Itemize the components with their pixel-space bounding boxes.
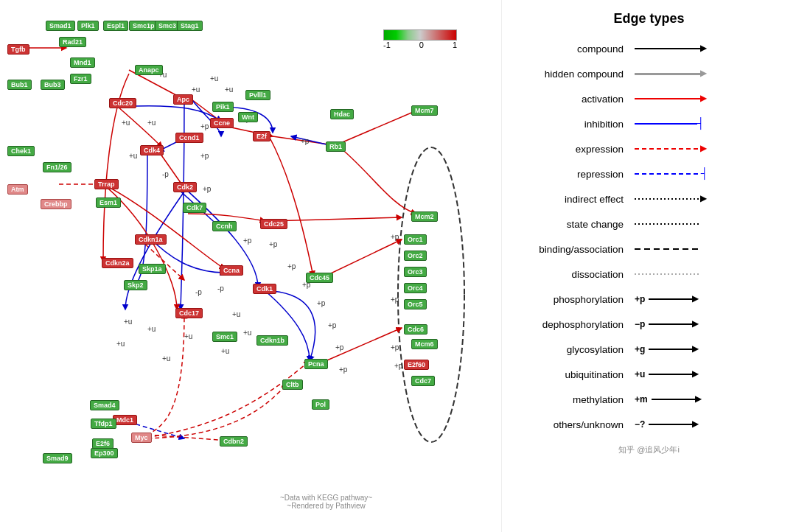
svg-text:+u: +u xyxy=(232,310,240,318)
node-mcm5: Fzr1 xyxy=(70,74,91,84)
legend-line-expression xyxy=(635,141,781,156)
node-ccnd1: Ccnd1 xyxy=(175,133,203,143)
legend-row-indirect-effect: indirect effect xyxy=(517,190,781,208)
svg-text:+p: +p xyxy=(391,233,399,241)
node-pcna: Pcna xyxy=(304,359,328,369)
node-bub3: Bub3 xyxy=(41,80,65,90)
legend-line-inhibition xyxy=(635,116,781,131)
legend-row-hidden-compound: hidden compound xyxy=(517,65,781,83)
node-skp1a: Skp1a xyxy=(139,264,166,274)
svg-text:+p: +p xyxy=(328,321,337,329)
svg-text:+u: +u xyxy=(147,325,156,333)
legend-label-indirect-effect: indirect effect xyxy=(517,194,635,205)
legend-row-expression: expression xyxy=(517,140,781,158)
line-phosphorylation-container: +p xyxy=(635,294,693,304)
legend-label-phosphorylation: phosphorylation xyxy=(517,294,635,305)
svg-line-18 xyxy=(317,328,402,365)
node-mcm2: Mcm2 xyxy=(411,211,438,222)
svg-line-13 xyxy=(147,435,228,441)
node-rb1: Rb1 xyxy=(326,141,346,152)
node-cdk1: Cdk1 xyxy=(253,284,276,294)
svg-text:+u: +u xyxy=(116,340,125,348)
node-orc2: Orc2 xyxy=(404,251,427,261)
legend-row-others: others/unknown −? xyxy=(517,416,781,433)
node-pol: Pol xyxy=(312,399,329,410)
node-myc: Myc xyxy=(131,433,152,443)
node-smad1: Smad1 xyxy=(46,21,75,31)
others-label: −? xyxy=(635,419,645,430)
legend-label-dephosphorylation: dephosphorylation xyxy=(517,319,635,330)
node-smc1: Smc1 xyxy=(212,332,237,342)
svg-text:+u: +u xyxy=(192,85,200,94)
legend-line-activation xyxy=(635,91,781,106)
node-ccna: Ccna xyxy=(220,265,243,276)
legend-line-state-change xyxy=(635,217,781,231)
svg-text:-p: -p xyxy=(217,284,224,293)
legend-label-glycosylation: glycosylation xyxy=(517,344,635,355)
node-bub1: Bub1 xyxy=(7,80,32,90)
node-ccnh: Ccnh xyxy=(212,221,237,231)
svg-text:+p: +p xyxy=(287,262,296,270)
node-pvlll1: Pvlll1 xyxy=(245,90,270,100)
node-right-red-bottom: E2f60 xyxy=(404,360,429,370)
node-orc5: Orc5 xyxy=(404,299,427,309)
node-cdbn2: Cdbn2 xyxy=(220,436,248,447)
node-mdc1: Mdc1 xyxy=(113,415,137,425)
node-cdc25: Cdc25 xyxy=(260,219,287,229)
line-indirect-effect xyxy=(635,198,701,200)
node-e2f6: E2f6 xyxy=(92,438,114,449)
dephosphorylation-label: −p xyxy=(635,319,645,329)
line-expression xyxy=(635,148,701,150)
svg-text:+u: +u xyxy=(225,85,233,94)
svg-text:-p: -p xyxy=(162,170,169,178)
node-smc3: Smc3 xyxy=(155,21,180,31)
legend-label-ubiquitination: ubiquitination xyxy=(517,369,635,380)
svg-text:+u: +u xyxy=(184,332,192,340)
node-e2f: E2f xyxy=(253,131,270,141)
svg-text:+p: +p xyxy=(301,137,310,145)
node-cdk4: Cdk4 xyxy=(140,145,164,155)
graph-area: -1 0 1 xyxy=(0,0,501,532)
legend-line-methylation: +m xyxy=(635,392,781,407)
line-glycosylation-container: +g xyxy=(635,344,693,354)
legend-row-repression: repression xyxy=(517,165,781,183)
legend-label-hidden-compound: hidden compound xyxy=(517,69,635,80)
node-brca2: Fn1/26 xyxy=(43,162,71,172)
legend-line-indirect-effect xyxy=(635,192,781,206)
line-dephosphorylation-container: −p xyxy=(635,319,693,329)
line-activation xyxy=(635,98,701,99)
watermark-line1: ~Data with KEGG pathway~ xyxy=(280,494,372,502)
svg-text:+u: +u xyxy=(147,119,156,127)
watermark: ~Data with KEGG pathway~ ~Rendered by Pa… xyxy=(280,494,372,510)
line-state-change xyxy=(635,223,701,225)
node-pik1: Pik1 xyxy=(212,102,234,112)
legend-row-dissociation: dissociation xyxy=(517,265,781,283)
line-repression xyxy=(635,173,701,175)
node-apc: Apc xyxy=(173,94,193,105)
legend-label-expression: expression xyxy=(517,144,635,155)
node-chek1: Chek1 xyxy=(7,146,35,156)
legend-row-dephosphorylation: dephosphorylation −p xyxy=(517,315,781,333)
legend-row-inhibition: inhibition xyxy=(517,115,781,133)
node-mnd1: Mnd1 xyxy=(70,57,95,68)
legend-line-dephosphorylation: −p xyxy=(635,317,781,332)
zhihu-watermark: 知乎 @追风少年i xyxy=(517,444,781,455)
node-esm1: Esm1 xyxy=(96,197,121,208)
legend-label-dissociation: dissociation xyxy=(517,269,635,280)
legend-row-ubiquitination: ubiquitination +u xyxy=(517,365,781,383)
node-smad9: Smad9 xyxy=(43,453,72,463)
line-glycosylation xyxy=(649,349,693,350)
legend-line-ubiquitination: +u xyxy=(635,367,781,382)
legend-line-hidden-compound xyxy=(635,66,781,81)
node-espl1: Espl1 xyxy=(103,21,128,31)
methylation-label: +m xyxy=(635,394,648,405)
svg-text:+u: +u xyxy=(124,318,132,326)
legend-label-inhibition: inhibition xyxy=(517,119,635,130)
svg-text:+p: +p xyxy=(391,295,399,304)
svg-text:+p: +p xyxy=(335,343,344,351)
line-inhibition xyxy=(635,123,697,125)
svg-text:+u: +u xyxy=(122,119,130,127)
line-methylation xyxy=(652,399,696,400)
line-dephosphorylation xyxy=(649,323,693,325)
svg-text:+u: +u xyxy=(162,354,170,363)
